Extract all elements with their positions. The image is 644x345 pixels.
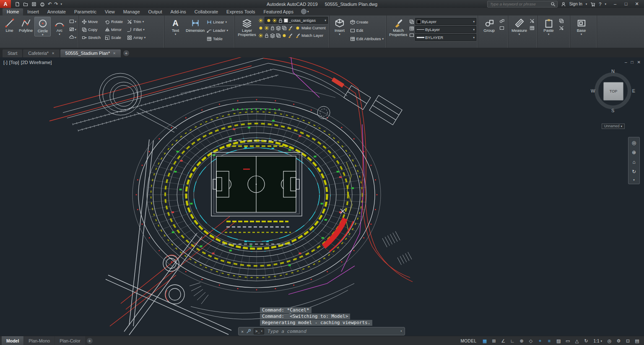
layer-isolate-tool-icon[interactable] — [276, 26, 281, 31]
create-block-button[interactable]: Create — [349, 18, 385, 26]
layer-lock-icon[interactable] — [278, 18, 283, 23]
table-button[interactable]: Table — [205, 35, 229, 43]
match-layer-button[interactable]: Match Layer — [294, 31, 325, 39]
layer-freeze-tool-icon[interactable] — [264, 26, 269, 31]
polar-tracking-icon[interactable]: ⊕ — [517, 337, 526, 344]
pan-icon[interactable]: ⊕ — [632, 149, 636, 155]
trim-button[interactable]: Trim▾ — [126, 18, 147, 26]
layout-tab-plan-mono[interactable]: Plan-Mono — [24, 336, 55, 345]
close-tab-icon[interactable]: ✕ — [52, 51, 55, 55]
revision-cloud-button[interactable]: ▾ — [68, 33, 78, 41]
maximize-button[interactable]: □ — [621, 1, 631, 7]
isolate-objects-icon[interactable]: ◎ — [605, 337, 614, 344]
edit-attributes-button[interactable]: Edit Attributes▾ — [349, 35, 385, 43]
copy-button[interactable]: Copy — [80, 26, 102, 33]
properties-tool3-icon[interactable] — [409, 32, 414, 38]
layer-walk-tool-icon[interactable] — [288, 26, 293, 31]
mirror-button[interactable]: Mirror — [104, 26, 124, 33]
clean-screen-icon[interactable]: ⊡ — [623, 337, 632, 344]
drawing-canvas[interactable]: [-][Top][2D Wireframe] – □ ✕ N W E S TOP… — [0, 57, 644, 336]
infer-constraints-icon[interactable]: ∠ — [499, 337, 508, 344]
layer-on-icon[interactable] — [266, 18, 271, 23]
close-tab-icon[interactable]: ✕ — [113, 51, 116, 55]
ribbon-options[interactable]: ▾ — [301, 9, 309, 15]
quick-calc-icon[interactable] — [530, 25, 535, 31]
object-color-select[interactable]: ByLayer▾ — [415, 18, 476, 25]
layer-thaw-icon[interactable] — [272, 18, 277, 23]
save-icon[interactable] — [31, 2, 37, 7]
ribbon-tab-featured-apps[interactable]: Featured Apps — [259, 8, 298, 15]
doc-tab-50555-stadium-plan[interactable]: 50555_Stadium Plan*✕ — [60, 49, 121, 57]
autoscale-icon[interactable]: ↻ — [582, 337, 591, 344]
match-properties-button[interactable]: Match Properties — [388, 17, 408, 37]
annotation-visibility-icon[interactable]: △ — [573, 337, 582, 344]
help-caret-icon[interactable]: ▾ — [605, 3, 606, 5]
qat-dropdown-icon[interactable]: ▾ — [60, 3, 62, 5]
scale-button[interactable]: Scale — [104, 33, 124, 41]
open-file-icon[interactable] — [23, 2, 29, 7]
dimension-button[interactable]: Dimension — [186, 17, 205, 33]
doc-tab-cafeteria[interactable]: Cafeteria*✕ — [23, 49, 60, 57]
orbit-icon[interactable]: ↻ — [632, 169, 636, 175]
properties-tool1-icon[interactable] — [409, 18, 414, 25]
viewcube-east[interactable]: E — [632, 88, 635, 93]
ribbon-tab-output[interactable]: Output — [144, 8, 166, 15]
viewcube-top-face[interactable]: TOP — [603, 82, 623, 100]
viewcube[interactable]: N W E S TOP — [592, 70, 634, 112]
new-drawing-tab-button[interactable]: + — [123, 50, 129, 56]
group-button[interactable]: Group — [480, 17, 499, 33]
minimize-button[interactable]: – — [610, 1, 621, 7]
fillet-button[interactable]: Fillet▾ — [126, 26, 147, 33]
annotation-scale-button[interactable]: 1:1▾ — [591, 339, 605, 343]
ribbon-tab-home[interactable]: Home — [3, 8, 23, 15]
linetype-select[interactable]: ByLayer▾ — [415, 26, 476, 33]
lineweight-select[interactable]: BYLAYER▾ — [415, 34, 476, 41]
command-bar[interactable]: ✕ >_▾ ▾ — [238, 327, 405, 335]
transparency-icon[interactable]: ▨ — [554, 337, 563, 344]
viewcube-south[interactable]: S — [611, 108, 614, 113]
ungroup-icon[interactable] — [499, 18, 504, 24]
ribbon-tab-collaborate[interactable]: Collaborate — [190, 8, 222, 15]
insert-block-button[interactable]: Insert▾ — [331, 17, 348, 36]
text-button[interactable]: AText▾ — [166, 17, 185, 36]
viewport-restore-icon[interactable]: □ — [631, 60, 634, 64]
viewport-minimize-icon[interactable]: – — [625, 60, 627, 64]
layer-merge-tool-icon[interactable] — [282, 26, 287, 31]
edit-block-button[interactable]: Edit — [349, 26, 385, 34]
lineweight-display-icon[interactable]: ≡ — [545, 337, 554, 344]
viewport-control-top[interactable]: [Top] — [9, 60, 19, 65]
search-input[interactable] — [489, 1, 549, 7]
ribbon-tab-insert[interactable]: Insert — [23, 8, 43, 15]
help-search[interactable] — [487, 1, 558, 8]
arc-button[interactable]: Arc▾ — [52, 17, 67, 36]
command-close-icon[interactable]: ✕ — [241, 329, 244, 334]
viewport-control-2d-wireframe[interactable]: [2D Wireframe] — [21, 60, 52, 65]
linear-dimension-button[interactable]: Linear▾ — [205, 18, 229, 26]
layer-filter-icon[interactable] — [258, 18, 263, 23]
layer-prev-tool-icon[interactable] — [270, 33, 275, 38]
ribbon-tab-express-tools[interactable]: Express Tools — [222, 8, 259, 15]
hatch-button[interactable]: ▾ — [68, 26, 78, 33]
layer-color-swatch[interactable] — [284, 18, 288, 23]
make-current-button[interactable]: Make Current — [294, 24, 327, 32]
move-button[interactable]: Move — [80, 18, 102, 26]
layer-select-caret-icon[interactable]: ▾ — [325, 19, 326, 22]
zoom-extents-icon[interactable]: ⌂ — [632, 159, 635, 165]
leader-button[interactable]: Leader▾ — [205, 26, 229, 34]
workspace-gear-icon[interactable]: ⚙ — [614, 337, 623, 344]
command-input[interactable] — [267, 328, 398, 335]
line-button[interactable]: Line — [2, 17, 17, 33]
viewport-close-icon[interactable]: ✕ — [637, 60, 641, 64]
snap-icon[interactable]: ⊞ — [490, 337, 499, 344]
properties-tool2-icon[interactable] — [409, 25, 414, 31]
polyline-button[interactable]: Polyline — [18, 17, 34, 33]
quick-select-icon[interactable] — [530, 18, 535, 24]
isodraft-icon[interactable]: ◇ — [527, 337, 535, 344]
group-edit-icon[interactable] — [499, 25, 504, 31]
ribbon-tab-annotate[interactable]: Annotate — [43, 8, 70, 15]
selection-cycling-icon[interactable]: ▭ — [564, 337, 572, 344]
layer-lock-tool-icon[interactable] — [270, 26, 275, 31]
plot-icon[interactable] — [39, 2, 45, 7]
layer-select[interactable]: _cotas_antigas ▾ — [265, 17, 328, 24]
paste-button[interactable]: Paste▾ — [539, 17, 558, 36]
